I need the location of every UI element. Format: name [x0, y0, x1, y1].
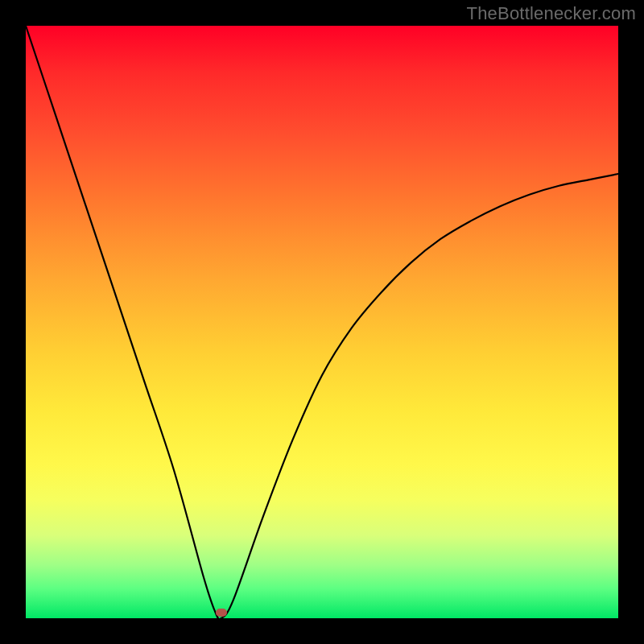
optimum-marker	[216, 609, 227, 617]
curve-svg	[26, 26, 618, 618]
attribution-text: TheBottlenecker.com	[467, 3, 636, 24]
plot-area	[26, 26, 618, 618]
bottleneck-curve-path	[26, 26, 618, 619]
chart-frame: TheBottlenecker.com	[0, 0, 644, 644]
